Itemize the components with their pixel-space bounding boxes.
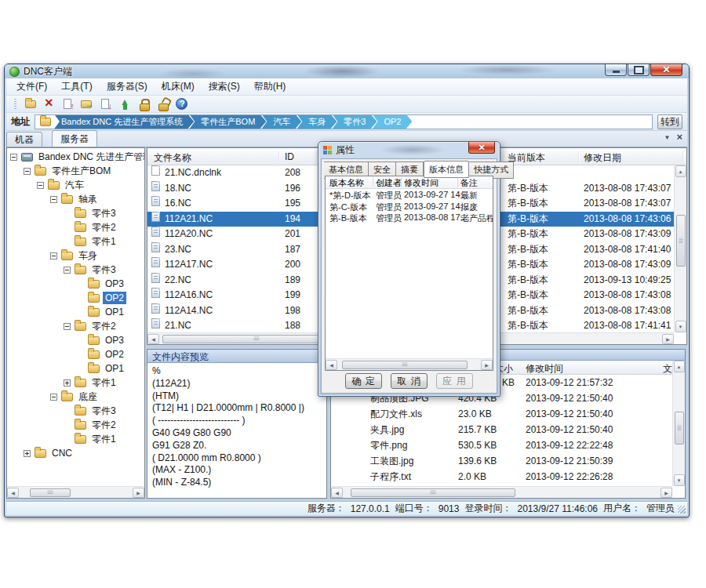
tree-item[interactable]: 汽车	[7, 178, 144, 192]
unlock-icon[interactable]	[155, 97, 170, 111]
scroll-left-button[interactable]: ◀	[331, 488, 343, 498]
dialog-button[interactable]: 取 消	[391, 373, 428, 389]
version-row[interactable]: 第-C-版本 管理员 2013-09-27 14:... 报废	[326, 201, 493, 212]
go-button[interactable]: 转到	[657, 114, 682, 129]
column-creator[interactable]: 创建者	[376, 177, 402, 189]
breadcrumb-segment[interactable]: 车身	[297, 114, 337, 129]
scroll-thumb[interactable]	[676, 215, 686, 267]
tree-item[interactable]: 零件2	[7, 220, 144, 234]
tree-item[interactable]: 车身	[7, 249, 144, 263]
expander-icon[interactable]	[64, 224, 71, 231]
attachment-row[interactable]: 夹具.jpg 215.7 KB 2013-09-12 21:50:40	[331, 422, 672, 437]
version-row[interactable]: *第-D-版本 管理员 2013-09-27 14:... 最新	[326, 189, 493, 201]
tree-item[interactable]: 底座	[7, 390, 144, 404]
scroll-right-button[interactable]: ▶	[661, 488, 672, 498]
resize-grip[interactable]	[678, 506, 686, 514]
new-folder-icon[interactable]	[24, 97, 38, 111]
close-tab-icon[interactable]: ×	[676, 133, 682, 141]
version-row[interactable]: 第-B-版本 管理员 2013-08-08 17:... 老产品程序	[326, 212, 493, 223]
expander-icon[interactable]	[50, 196, 57, 203]
breadcrumb-segment[interactable]: 零件3	[332, 114, 377, 129]
column-version-name[interactable]: 版本名称	[329, 177, 364, 189]
scroll-down-button[interactable]: ▼	[674, 474, 685, 486]
expander-icon[interactable]	[64, 323, 71, 330]
attachment-row[interactable]: 子程序.txt 2.0 KB 2013-09-12 22:26:28	[331, 469, 672, 485]
column-modified-time[interactable]: 修改时间	[526, 362, 563, 376]
upload-icon[interactable]	[118, 97, 133, 111]
expander-icon[interactable]	[37, 182, 44, 189]
dialog-close-button[interactable]: ✕	[468, 142, 495, 154]
menu-item[interactable]: 工具(T)	[54, 78, 99, 96]
scroll-right-button[interactable]: ▶	[133, 488, 144, 498]
expander-icon[interactable]	[77, 351, 84, 358]
expander-icon[interactable]	[24, 168, 31, 175]
expander-icon[interactable]	[64, 436, 71, 443]
tree-item[interactable]: OP1	[7, 305, 144, 319]
tree-horizontal-scrollbar[interactable]: ◀ ▶	[7, 486, 144, 498]
tree-item[interactable]: 轴承	[7, 192, 144, 206]
tree-item[interactable]: OP2	[7, 291, 144, 305]
expander-icon[interactable]	[50, 394, 57, 401]
column-remark[interactable]: 备注	[460, 177, 478, 189]
tree-item[interactable]: OP3	[7, 277, 144, 291]
files-vertical-scrollbar[interactable]: ▲ ▼	[674, 165, 686, 332]
tree-item[interactable]: 零件2	[7, 319, 144, 333]
expander-icon[interactable]	[64, 408, 71, 415]
menu-item[interactable]: 搜索(S)	[202, 78, 247, 96]
breadcrumb-segment[interactable]: 零件生产BOM	[189, 114, 266, 129]
toolbar-grip[interactable]	[14, 99, 16, 110]
breadcrumb-segment[interactable]: OP2	[372, 114, 412, 129]
dialog-horizontal-scrollbar[interactable]: ◀ ▶	[326, 358, 493, 370]
attachment-row[interactable]: 配刀文件.xls 23.0 KB 2013-09-12 21:50:40	[331, 406, 672, 422]
preview-content[interactable]: %(112A21)(HTM)(T12| H1 | D21.0000mm | R0…	[147, 363, 326, 498]
scroll-thumb[interactable]	[675, 412, 684, 445]
expander-icon[interactable]	[77, 365, 84, 372]
view-tab[interactable]: 机器	[6, 132, 42, 147]
expander-icon[interactable]	[24, 450, 31, 457]
view-tab[interactable]: 服务器	[52, 130, 97, 147]
breadcrumb-segment[interactable]: Bandex DNC 先进生产管理系统	[54, 114, 194, 129]
address-field[interactable]: Bandex DNC 先进生产管理系统零件生产BOM汽车车身零件3OP2	[35, 114, 653, 129]
menu-item[interactable]: 帮助(H)	[247, 78, 293, 96]
expander-icon[interactable]	[77, 309, 84, 316]
checkout-file-icon[interactable]	[99, 97, 114, 111]
breadcrumb-segment[interactable]: 汽车	[261, 114, 301, 129]
tree-item[interactable]: 零件3	[7, 263, 144, 277]
help-icon[interactable]	[174, 97, 189, 111]
expander-icon[interactable]	[64, 379, 71, 387]
attachments-vertical-scrollbar[interactable]: ▲ ▼	[672, 361, 685, 486]
expander-icon[interactable]	[64, 238, 71, 245]
column-id[interactable]: ID	[285, 151, 294, 162]
expander-icon[interactable]	[10, 154, 17, 161]
checkin-file-icon[interactable]	[61, 97, 76, 111]
scroll-down-button[interactable]: ▼	[675, 321, 686, 332]
expander-icon[interactable]	[77, 295, 84, 302]
close-button[interactable]: ✕	[650, 64, 682, 76]
attachment-row[interactable]: 零件.png 530.5 KB 2013-09-12 22:22:48	[331, 437, 672, 453]
send-folder-icon[interactable]	[80, 97, 95, 111]
scroll-right-button[interactable]: ▶	[662, 334, 674, 344]
chevron-down-icon[interactable]: ▼	[664, 134, 670, 141]
expander-icon[interactable]	[77, 281, 84, 288]
menu-item[interactable]: 机床(M)	[155, 78, 202, 96]
scroll-left-button[interactable]: ◀	[326, 360, 337, 370]
tree-item[interactable]: CNC	[7, 446, 144, 460]
scroll-thumb[interactable]	[351, 488, 515, 497]
expander-icon[interactable]	[64, 210, 71, 217]
tree-item[interactable]: 零件2	[7, 418, 144, 432]
tree-item[interactable]: 零件1	[7, 432, 144, 446]
tree-item[interactable]: Bandex DNC 先进生产管理系统	[7, 150, 144, 164]
tree-item[interactable]: 零件1	[7, 376, 144, 390]
column-modified-time[interactable]: 修改时间	[404, 177, 439, 189]
scroll-up-button[interactable]: ▲	[674, 361, 685, 372]
menu-item[interactable]: 服务器(S)	[100, 78, 155, 96]
tree-item[interactable]: 零件1	[7, 234, 144, 249]
menu-item[interactable]: 文件(F)	[9, 78, 54, 96]
column-modified-date[interactable]: 修改日期	[584, 151, 621, 165]
dialog-tab[interactable]: 版本信息	[424, 161, 469, 178]
scroll-thumb[interactable]	[30, 488, 71, 497]
scroll-left-button[interactable]: ◀	[7, 488, 19, 498]
expander-icon[interactable]	[64, 267, 71, 274]
scroll-right-button[interactable]: ▶	[481, 360, 493, 370]
tree-item[interactable]: OP1	[7, 361, 144, 376]
